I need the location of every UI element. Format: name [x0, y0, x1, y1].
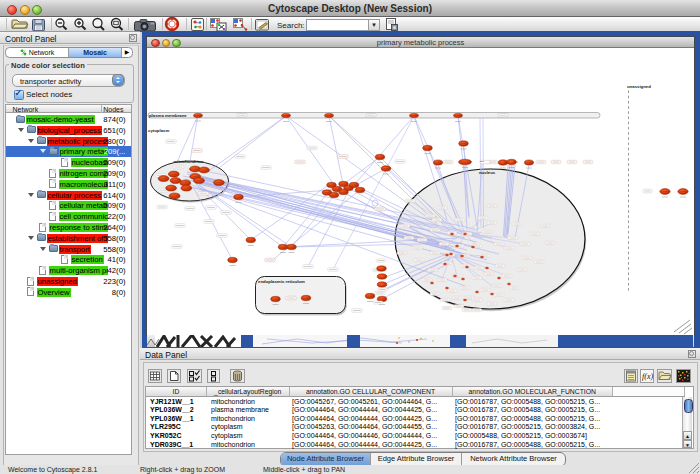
svg-text:f(x): f(x)	[642, 372, 653, 381]
svg-text:endoplasmic reticulum: endoplasmic reticulum	[258, 278, 305, 283]
svg-text:cytoplasm: cytoplasm	[148, 128, 169, 133]
svg-text:mitochondrion: mitochondrion	[174, 158, 204, 163]
svg-text:plasma membrane: plasma membrane	[149, 113, 187, 118]
svg-text:nucleus: nucleus	[479, 169, 496, 174]
svg-text:unassigned: unassigned	[627, 83, 651, 88]
